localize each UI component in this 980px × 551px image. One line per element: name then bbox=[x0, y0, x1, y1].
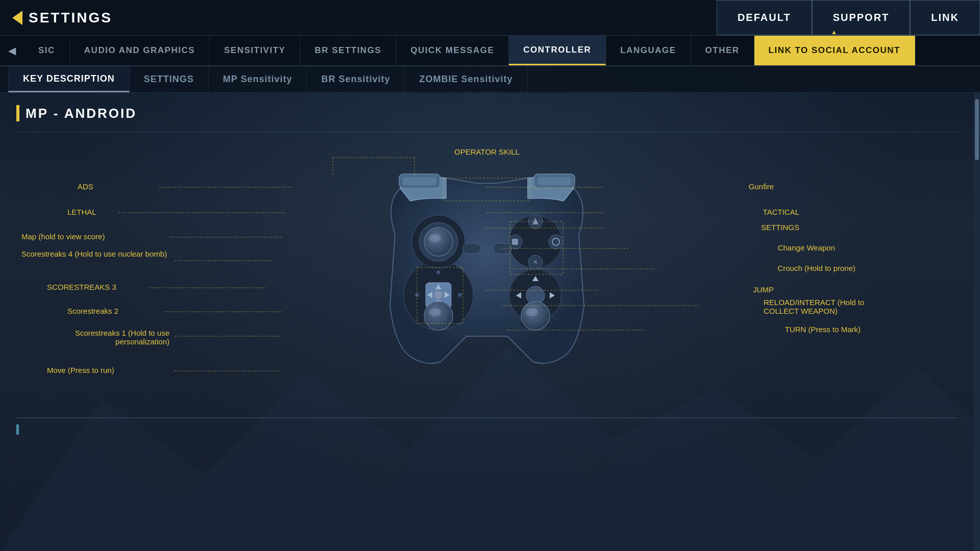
svg-rect-38 bbox=[462, 243, 481, 254]
tab-controller[interactable]: CONTROLLER bbox=[509, 36, 606, 65]
link-button[interactable]: LINK bbox=[910, 0, 980, 35]
label-crouch: Crouch (Hold to prone) bbox=[777, 264, 855, 272]
tab-br-settings[interactable]: BR SETTINGS bbox=[300, 36, 396, 65]
tab-audio[interactable]: AUDIO AND GRAPHICS bbox=[70, 36, 210, 65]
label-scorestreaks4: Scorestreaks 4 (Hold to use nuclear bomb… bbox=[21, 249, 167, 258]
label-ads: ADS bbox=[78, 182, 93, 191]
back-arrow-icon bbox=[12, 11, 22, 25]
nav-scroll-left[interactable]: ◀ bbox=[0, 36, 24, 65]
controller-image: × bbox=[344, 142, 630, 387]
label-gunfire: Gunfire bbox=[749, 182, 774, 191]
label-move: Move (Press to run) bbox=[47, 366, 114, 374]
sub-tabs: KEY DESCRIPTION SETTINGS MP Sensitivity … bbox=[0, 66, 980, 93]
svg-point-32 bbox=[549, 235, 563, 249]
back-button[interactable]: SETTINGS bbox=[0, 0, 125, 35]
svg-point-41 bbox=[424, 302, 453, 330]
default-button[interactable]: DEFAULT bbox=[717, 0, 812, 35]
tab-quick-message[interactable]: QUICK MESSAGE bbox=[396, 36, 509, 65]
label-lethal: LETHAL bbox=[67, 208, 96, 216]
svg-point-28 bbox=[429, 234, 441, 242]
section-title: MP - ANDROID bbox=[16, 105, 958, 121]
svg-rect-37 bbox=[512, 239, 518, 245]
sub-tab-key-description[interactable]: KEY DESCRIPTION bbox=[8, 66, 130, 92]
main-content: MP - ANDROID ADS LETHAL Map (hold to vie… bbox=[0, 93, 980, 551]
content-area: MP - ANDROID ADS LETHAL Map (hold to vie… bbox=[0, 93, 974, 551]
sub-tab-br-sensitivity[interactable]: BR Sensitivity bbox=[307, 66, 405, 92]
label-scorestreaks2: Scorestreaks 2 bbox=[67, 307, 118, 315]
svg-point-42 bbox=[429, 308, 441, 316]
label-reload: RELOAD/INTERACT (Hold to COLLECT WEAPON) bbox=[764, 298, 896, 315]
section-title-accent bbox=[16, 105, 19, 121]
label-change-weapon: Change Weapon bbox=[778, 243, 835, 252]
label-tactical: TACTICAL bbox=[763, 208, 799, 216]
page-title: SETTINGS bbox=[29, 10, 112, 26]
svg-rect-39 bbox=[493, 243, 511, 254]
scroll-bar[interactable] bbox=[974, 93, 980, 551]
svg-text:×: × bbox=[533, 258, 537, 266]
label-scorestreaks1: Scorestreaks 1 (Hold to use personalizat… bbox=[21, 329, 169, 346]
sub-tab-mp-sensitivity[interactable]: MP Sensitivity bbox=[209, 66, 307, 92]
sub-tab-zombie-sensitivity[interactable]: ZOMBIE Sensitivity bbox=[405, 66, 527, 92]
tab-sensitivity[interactable]: SENSITIVITY bbox=[210, 36, 300, 65]
support-button[interactable]: SUPPORT bbox=[812, 0, 911, 35]
top-right-buttons: DEFAULT SUPPORT LINK bbox=[717, 0, 980, 35]
label-map: Map (hold to view score) bbox=[21, 232, 105, 241]
svg-point-13 bbox=[434, 291, 443, 299]
svg-point-14 bbox=[436, 270, 440, 274]
label-scorestreaks3: SCORESTREAKS 3 bbox=[47, 283, 116, 291]
svg-point-17 bbox=[458, 293, 462, 297]
label-turn: TURN (Press to Mark) bbox=[785, 325, 861, 334]
nav-tabs: ◀ SIC AUDIO AND GRAPHICS SENSITIVITY BR … bbox=[0, 36, 980, 66]
next-section-accent bbox=[16, 424, 19, 435]
label-settings-btn: SETTINGS bbox=[761, 223, 799, 232]
svg-point-45 bbox=[526, 308, 538, 316]
tab-link-social[interactable]: LINK TO SOCIAL ACCOUNT bbox=[754, 36, 915, 65]
svg-point-27 bbox=[424, 228, 453, 256]
label-jump: JUMP bbox=[753, 285, 774, 294]
sub-tab-settings[interactable]: SETTINGS bbox=[130, 66, 209, 92]
svg-rect-5 bbox=[537, 177, 571, 185]
tab-basic[interactable]: SIC bbox=[24, 36, 70, 65]
section-title-text: MP - ANDROID bbox=[26, 106, 137, 121]
svg-rect-3 bbox=[403, 177, 436, 185]
tab-other[interactable]: OTHER bbox=[691, 36, 754, 65]
tab-language[interactable]: LANGUAGE bbox=[606, 36, 691, 65]
svg-point-44 bbox=[521, 302, 550, 330]
next-section-preview bbox=[16, 417, 958, 435]
controller-diagram: ADS LETHAL Map (hold to view score) Scor… bbox=[16, 132, 958, 417]
scroll-thumb[interactable] bbox=[975, 99, 979, 160]
